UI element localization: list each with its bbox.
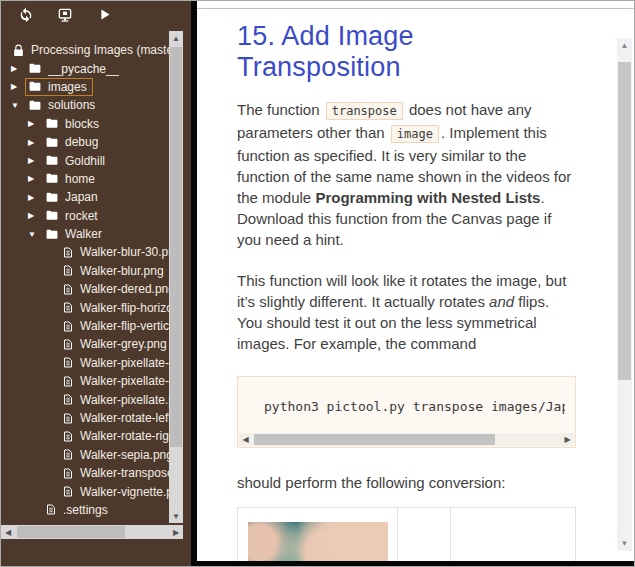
- chevron-right-icon[interactable]: ▶: [26, 138, 42, 147]
- chevron-down-icon[interactable]: ▼: [9, 101, 25, 110]
- tree-item-walker-blur-png[interactable]: Walker-blur.png: [1, 262, 183, 280]
- tree-item-body: Japan: [42, 188, 104, 206]
- scroll-down-icon[interactable]: ▼: [169, 509, 183, 523]
- file-tree: Processing Images (master)▶__pycache__▶i…: [1, 41, 183, 519]
- chevron-right-icon[interactable]: ▶: [26, 174, 42, 183]
- refresh-button[interactable]: [17, 7, 35, 25]
- sidebar-hscroll-thumb[interactable]: [17, 526, 125, 538]
- tree-item-walker-pixellate-png[interactable]: Walker-pixellate.png: [1, 390, 183, 408]
- content-vscroll-thumb[interactable]: [618, 62, 631, 380]
- tree-item-label: Walker-blur.png: [80, 264, 164, 278]
- tree-item-japan[interactable]: ▶Japan: [1, 188, 183, 206]
- tree-item-walker-dered-png[interactable]: Walker-dered.png: [1, 280, 183, 298]
- tree-item-walker-flip-horizontal-png[interactable]: Walker-flip-horizontal.png: [1, 298, 183, 316]
- tree-item-body: home: [42, 170, 101, 188]
- tree-item-label: Walker-sepia.png: [80, 448, 173, 462]
- tree-item-body: Walker-pixellate-100.png: [59, 354, 183, 372]
- tree-item-walker-blur-30-png[interactable]: Walker-blur-30.png: [1, 243, 183, 261]
- tree-item-label: Goldhill: [65, 154, 105, 168]
- chevron-right-icon[interactable]: ▶: [26, 119, 42, 128]
- tree-item-walker-transpose-png[interactable]: Walker-transpose.png: [1, 464, 183, 482]
- tree-item-settings[interactable]: .settings: [1, 501, 183, 519]
- tree-item-body: Walker-blur.png: [59, 262, 170, 280]
- tree-item-walker-flip-vertical-png[interactable]: Walker-flip-vertical.png: [1, 317, 183, 335]
- top-rule: [197, 8, 634, 9]
- codeblock-horizontal-scrollbar[interactable]: ◀ ▶: [239, 433, 574, 446]
- scroll-right-icon[interactable]: ▶: [169, 525, 183, 539]
- tree-item-label: Walker-flip-vertical.png: [80, 319, 183, 333]
- chevron-right-icon[interactable]: ▶: [26, 193, 42, 202]
- file-icon: [62, 448, 74, 461]
- file-icon: [62, 283, 74, 296]
- tree-item-label: .settings: [63, 503, 108, 517]
- tree-item-body: rocket: [42, 207, 104, 225]
- tree-item-rocket[interactable]: ▶rocket: [1, 207, 183, 225]
- codeblock-hscroll-thumb[interactable]: [254, 434, 495, 445]
- folder-icon: [45, 172, 59, 185]
- tree-item-images[interactable]: ▶images: [1, 78, 183, 96]
- tree-item-label: Walker-vignette.png: [80, 485, 183, 499]
- file-icon: [62, 412, 74, 425]
- chevron-right-icon[interactable]: ▶: [9, 82, 25, 91]
- paragraph: This function will look like it rotates …: [237, 270, 576, 354]
- scroll-down-icon[interactable]: ▼: [617, 536, 632, 551]
- file-icon: [62, 485, 74, 498]
- tree-item-label: home: [65, 172, 95, 186]
- tree-item-body: Walker-flip-vertical.png: [59, 317, 183, 335]
- folder-icon: [45, 228, 59, 241]
- scroll-left-icon[interactable]: ◀: [1, 525, 15, 539]
- file-icon: [62, 467, 74, 480]
- tree-item-solutions[interactable]: ▼solutions: [1, 96, 183, 114]
- tree-item-body: Walker-pixellate-50.png: [59, 372, 183, 390]
- tree-item-walker-vignette-png[interactable]: Walker-vignette.png: [1, 482, 183, 500]
- content-vertical-scrollbar[interactable]: ▲ ▼: [617, 38, 632, 551]
- source-image-cell: [238, 508, 398, 567]
- tree-item-label: Walker-pixellate-50.png: [80, 374, 183, 388]
- chevron-right-icon[interactable]: ▶: [26, 211, 42, 220]
- tree-item-label: blocks: [65, 117, 99, 131]
- tree-item-label: Japan: [65, 190, 98, 204]
- tree-item-label: Walker-dered.png: [80, 282, 175, 296]
- folder-icon: [28, 80, 42, 93]
- sidebar-horizontal-scrollbar[interactable]: ◀ ▶: [1, 525, 183, 539]
- scroll-up-icon[interactable]: ▲: [169, 31, 183, 45]
- tree-item-body: Walker-transpose.png: [59, 464, 183, 482]
- tree-item-debug[interactable]: ▶debug: [1, 133, 183, 151]
- tree-item-label: Walker-pixellate.png: [80, 393, 183, 407]
- chevron-right-icon[interactable]: ▶: [9, 64, 25, 73]
- tree-item-walker-pixellate-50-png[interactable]: Walker-pixellate-50.png: [1, 372, 183, 390]
- tree-item-blocks[interactable]: ▶blocks: [1, 115, 183, 133]
- tree-item-home[interactable]: ▶home: [1, 170, 183, 188]
- tree-item-pycache[interactable]: ▶__pycache__: [1, 59, 183, 77]
- bold-text: Programming with Nested Lists: [315, 189, 540, 206]
- sidebar-vscroll-thumb[interactable]: [170, 47, 182, 447]
- sidebar-toolbar: [1, 1, 191, 31]
- folder-icon: [45, 209, 59, 222]
- scroll-right-icon[interactable]: ▶: [561, 433, 574, 446]
- file-icon: [62, 320, 74, 333]
- tree-item-label: Walker-transpose.png: [80, 466, 183, 480]
- chevron-down-icon[interactable]: ▼: [26, 230, 42, 239]
- preview-button[interactable]: [56, 7, 74, 25]
- chevron-right-icon[interactable]: ▶: [26, 156, 42, 165]
- tree-item-walker[interactable]: ▼Walker: [1, 225, 183, 243]
- scroll-up-icon[interactable]: ▲: [617, 38, 632, 53]
- conversion-caption: should perform the following conversion:: [237, 472, 576, 493]
- lock-icon: [12, 44, 25, 57]
- sidebar-vertical-scrollbar[interactable]: ▲ ▼: [169, 31, 183, 523]
- text-segment: The function: [237, 101, 324, 118]
- scroll-left-icon[interactable]: ◀: [239, 433, 252, 446]
- tree-item-walker-sepia-png[interactable]: Walker-sepia.png: [1, 446, 183, 464]
- tree-item-walker-rotate-left-png[interactable]: Walker-rotate-left.png: [1, 409, 183, 427]
- tree-item-label: Walker-pixellate-100.png: [80, 356, 183, 370]
- tree-item-processing-images-master[interactable]: Processing Images (master): [1, 41, 183, 59]
- tree-item-label: __pycache__: [48, 62, 119, 76]
- run-button[interactable]: [95, 7, 113, 25]
- tree-item-walker-pixellate-100-png[interactable]: Walker-pixellate-100.png: [1, 354, 183, 372]
- file-icon: [62, 430, 74, 443]
- tree-item-label: images: [48, 80, 87, 94]
- tree-item-goldhill[interactable]: ▶Goldhill: [1, 151, 183, 169]
- tree-item-walker-grey-png[interactable]: Walker-grey.png: [1, 335, 183, 353]
- tree-item-body: Walker-blur-30.png: [59, 243, 183, 261]
- tree-item-walker-rotate-right-png[interactable]: Walker-rotate-right.png: [1, 427, 183, 445]
